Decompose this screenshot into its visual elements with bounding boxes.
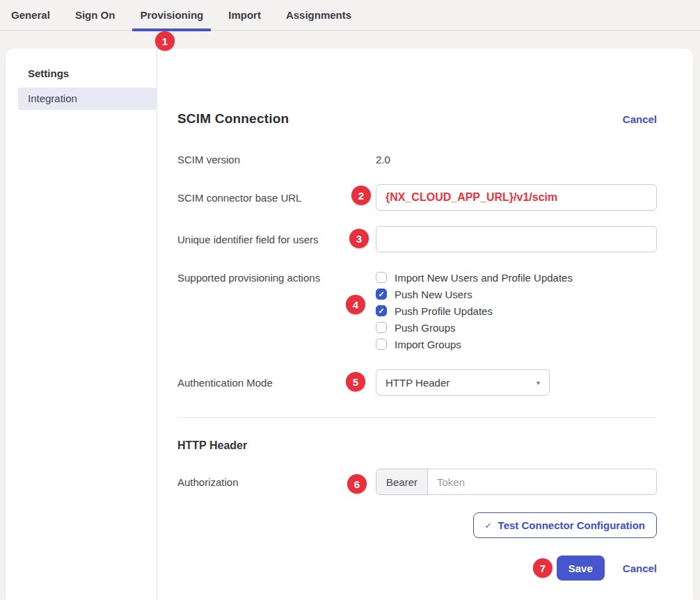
- app-tab-bar: General Sign On Provisioning Import Assi…: [0, 0, 700, 31]
- auth-mode-select[interactable]: HTTP Header ▾: [376, 369, 550, 396]
- scim-version-label: SCIM version: [177, 154, 376, 165]
- base-url-label: SCIM connector base URL: [177, 192, 376, 204]
- unique-id-label: Unique identifier field for users: [177, 234, 376, 245]
- check-icon: ✓: [378, 291, 384, 298]
- authorization-label: Authorization: [177, 476, 376, 488]
- check-icon: ✓: [485, 521, 492, 530]
- scim-version-value: 2.0: [376, 154, 390, 165]
- tab-import[interactable]: Import: [228, 0, 261, 31]
- step-badge-2: 2: [351, 186, 371, 205]
- sidebar-item-integration[interactable]: Integration: [18, 88, 157, 110]
- chevron-down-icon: ▾: [536, 379, 540, 387]
- scim-connection-form: SCIM Connection Cancel SCIM version 2.0 …: [157, 49, 693, 600]
- step-badge-4: 4: [346, 295, 365, 314]
- step-badge-5: 5: [346, 372, 365, 391]
- tab-general[interactable]: General: [11, 0, 50, 31]
- settings-sidebar: Settings Integration: [6, 49, 157, 600]
- provisioning-actions-group: ✓ Import New Users and Profile Updates ✓…: [376, 269, 573, 352]
- checkbox-push-new-users[interactable]: ✓ Push New Users: [376, 286, 573, 302]
- checkbox-icon: ✓: [376, 339, 387, 350]
- token-input[interactable]: [428, 469, 656, 494]
- http-header-section-heading: HTTP Header: [177, 439, 247, 452]
- check-icon: ✓: [378, 307, 384, 315]
- checkbox-import-groups[interactable]: ✓ Import Groups: [376, 336, 573, 352]
- authorization-input-group: Bearer: [376, 469, 657, 495]
- tab-sign-on[interactable]: Sign On: [75, 0, 116, 31]
- provisioning-actions-label: Supported provisioning actions: [177, 272, 376, 284]
- unique-id-input[interactable]: [376, 226, 657, 252]
- sidebar-heading: Settings: [6, 66, 157, 81]
- save-button[interactable]: Save: [557, 556, 605, 581]
- step-badge-1: 1: [155, 31, 175, 51]
- checkbox-icon: ✓: [376, 322, 387, 333]
- checkbox-icon: ✓: [376, 289, 387, 300]
- tab-provisioning[interactable]: Provisioning: [140, 0, 203, 31]
- cancel-link-top[interactable]: Cancel: [623, 113, 657, 125]
- checkbox-icon: ✓: [376, 272, 387, 283]
- test-connector-button[interactable]: ✓ Test Connector Configuration: [473, 512, 657, 538]
- section-divider: [177, 417, 657, 418]
- bearer-prefix: Bearer: [376, 469, 428, 494]
- auth-mode-selected-value: HTTP Header: [385, 377, 450, 389]
- checkbox-icon: ✓: [376, 305, 387, 316]
- step-badge-6: 6: [347, 474, 367, 494]
- provisioning-panel: Settings Integration SCIM Connection Can…: [6, 49, 693, 600]
- checkbox-push-groups[interactable]: ✓ Push Groups: [376, 319, 573, 336]
- page-title: SCIM Connection: [177, 111, 289, 127]
- step-badge-7: 7: [533, 558, 552, 578]
- tab-assignments[interactable]: Assignments: [286, 0, 351, 31]
- cancel-link-bottom[interactable]: Cancel: [623, 562, 657, 574]
- checkbox-push-profile-updates[interactable]: ✓ Push Profile Updates: [376, 302, 573, 319]
- step-badge-3: 3: [349, 229, 369, 248]
- checkbox-import-new-users[interactable]: ✓ Import New Users and Profile Updates: [376, 269, 573, 286]
- base-url-input[interactable]: [376, 184, 657, 211]
